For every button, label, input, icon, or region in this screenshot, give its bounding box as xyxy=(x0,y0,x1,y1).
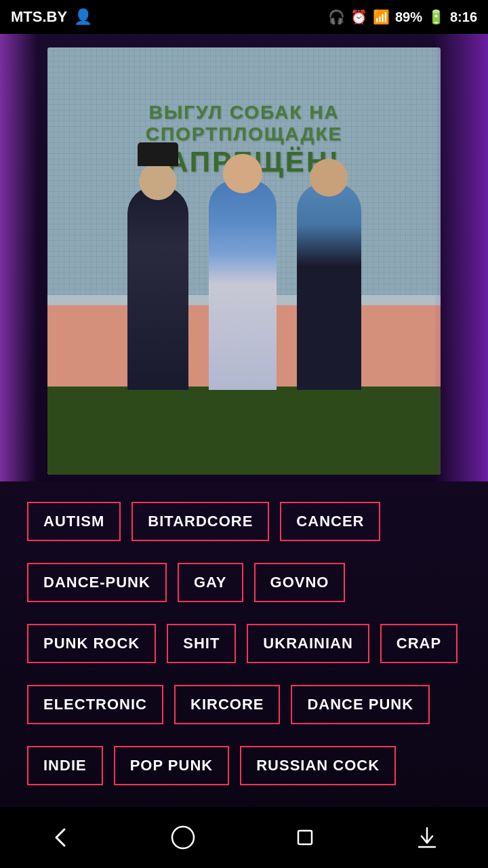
tags-section: AUTISMBITARDCORECANCERDANCE-PUNKGAYGOVNO… xyxy=(0,481,488,823)
band-photo: ВЫГУЛ СОБАК НА СПОРТПЛОЩАДКЕ ЗАПРЕЩЁН! xyxy=(47,47,441,475)
carrier-label: MTS.BY xyxy=(11,8,67,26)
band-members xyxy=(47,166,441,390)
tag-electronic[interactable]: ELECTRONIC xyxy=(27,685,163,724)
tag-crap[interactable]: CRAP xyxy=(380,624,458,663)
person3-body xyxy=(297,183,361,390)
tag-russian-cock[interactable]: RUSSIAN COCK xyxy=(240,746,396,785)
tag-pop-punk[interactable]: POP PUNK xyxy=(114,746,230,785)
tag-dance-punk[interactable]: DANCE PUNK xyxy=(291,685,430,724)
time-display: 8:16 xyxy=(450,9,477,25)
svg-rect-1 xyxy=(298,831,312,844)
band-member-left xyxy=(127,186,188,390)
tag-autism[interactable]: AUTISM xyxy=(27,502,121,541)
download-button[interactable] xyxy=(400,810,454,865)
battery-level: 89% xyxy=(395,9,422,25)
person1-body xyxy=(127,186,188,390)
tag-govno[interactable]: GOVNO xyxy=(254,563,346,602)
band-member-center xyxy=(209,180,277,390)
status-left: MTS.BY 👤 xyxy=(11,8,92,26)
tag-punk-rock[interactable]: PUNK ROCK xyxy=(27,624,156,663)
band-photo-container: ВЫГУЛ СОБАК НА СПОРТПЛОЩАДКЕ ЗАПРЕЩЁН! xyxy=(0,34,488,481)
svg-point-0 xyxy=(172,827,194,848)
tag-dance-punk[interactable]: DANCE-PUNK xyxy=(27,563,167,602)
signal-icon: 📶 xyxy=(373,9,390,25)
tag-cancer[interactable]: CANCER xyxy=(280,502,380,541)
main-content: ВЫГУЛ СОБАК НА СПОРТПЛОЩАДКЕ ЗАПРЕЩЁН! A… xyxy=(0,34,488,823)
battery-icon: 🔋 xyxy=(428,9,445,25)
ground-section xyxy=(47,387,441,475)
purple-right-overlay xyxy=(434,34,488,481)
contact-icon: 👤 xyxy=(74,8,92,26)
person2-body xyxy=(209,180,277,390)
tag-gay[interactable]: GAY xyxy=(178,563,243,602)
tags-row: AUTISMBITARDCORECANCERDANCE-PUNKGAYGOVNO… xyxy=(27,502,461,796)
bottom-navigation xyxy=(0,807,488,868)
back-button[interactable] xyxy=(34,810,88,865)
band-member-right xyxy=(297,183,361,390)
purple-left-overlay xyxy=(0,34,37,481)
tag-kircore[interactable]: KIRCORE xyxy=(174,685,280,724)
status-right: 🎧 ⏰ 📶 89% 🔋 8:16 xyxy=(328,9,477,25)
headphone-icon: 🎧 xyxy=(328,9,345,25)
tag-bitardcore[interactable]: BITARDCORE xyxy=(131,502,269,541)
recent-apps-button[interactable] xyxy=(278,810,332,865)
tag-shit[interactable]: SHIT xyxy=(167,624,236,663)
wall-text-line1: ВЫГУЛ СОБАК НА СПОРТПЛОЩАДКЕ xyxy=(68,102,420,145)
tag-ukrainian[interactable]: UKRAINIAN xyxy=(247,624,369,663)
alarm-icon: ⏰ xyxy=(350,9,367,25)
status-bar: MTS.BY 👤 🎧 ⏰ 📶 89% 🔋 8:16 xyxy=(0,0,488,34)
tag-indie[interactable]: INDIE xyxy=(27,746,103,785)
home-button[interactable] xyxy=(156,810,210,865)
